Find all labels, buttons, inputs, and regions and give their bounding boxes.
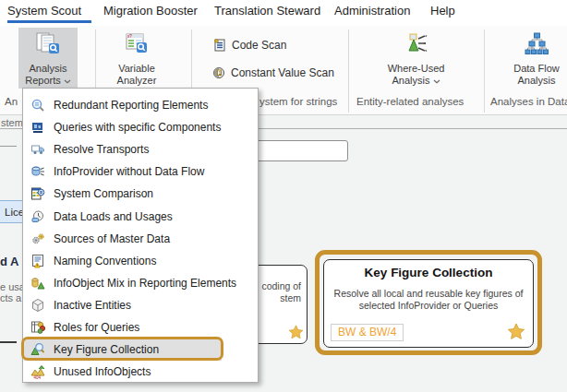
chevron-down-icon bbox=[64, 79, 71, 84]
tab-system-scout[interactable]: System Scout bbox=[7, 4, 81, 18]
menu-item[interactable]: System Comparison bbox=[23, 183, 258, 205]
hidden-text-fragment: e usa bbox=[0, 281, 25, 292]
menu-item[interactable]: InfoObject Mix in Reporting Elements bbox=[23, 272, 258, 294]
tab-administration[interactable]: Administration bbox=[334, 4, 410, 18]
variable-analyzer-icon: x? bbox=[123, 30, 151, 58]
analysis-reports-label2: Reports bbox=[25, 75, 61, 86]
system-comparison-icon bbox=[30, 186, 45, 201]
menu-item[interactable]: 404Unused InfoObjects bbox=[23, 361, 258, 383]
hidden-heading-fragment: d A bbox=[0, 255, 18, 268]
menu-item-label: Roles for Queries bbox=[54, 321, 139, 334]
hidden-text-fragment: cts a bbox=[0, 292, 21, 303]
hidden-card-border-fragment bbox=[0, 341, 17, 343]
where-used-analysis-button[interactable]: Where-Used Analysis bbox=[381, 28, 451, 89]
svg-text:404: 404 bbox=[34, 375, 42, 379]
favorite-star-icon[interactable] bbox=[507, 323, 525, 341]
menu-item-label: Resolve Transports bbox=[54, 143, 149, 156]
clock-data-icon bbox=[30, 209, 45, 224]
menu-item-label: Unused InfoObjects bbox=[54, 365, 151, 378]
data-flow-icon bbox=[523, 30, 550, 58]
where-used-label2: Analysis bbox=[392, 75, 429, 86]
group-caption-fragment: An bbox=[5, 96, 18, 107]
system-badge: BW & BW/4 bbox=[331, 324, 404, 341]
code-scan-icon bbox=[212, 38, 227, 53]
svg-text:x?: x? bbox=[127, 34, 132, 39]
variable-analyzer-label2: Analyzer bbox=[117, 75, 157, 86]
data-flow-analysis-button[interactable]: Data Flow Analysis bbox=[506, 28, 567, 89]
menu-item-label: InfoObject Mix in Reporting Elements bbox=[54, 277, 236, 290]
app-window: System Scout Migration Booster Translati… bbox=[0, 0, 567, 392]
menu-item-label: InfoProvider without Data Flow bbox=[54, 165, 204, 178]
menu-item[interactable]: Sources of Master Data bbox=[23, 228, 258, 250]
key-figure-collection-card[interactable]: Key Figure Collection Resolve all local … bbox=[323, 259, 534, 348]
magnifier-icon bbox=[30, 98, 45, 113]
data-flow-label: Data Flow bbox=[513, 63, 560, 74]
gears-icon bbox=[30, 232, 45, 246]
menu-item[interactable]: Naming Conventions bbox=[23, 250, 258, 272]
license-tab-label: Lice bbox=[5, 207, 24, 218]
variable-analyzer-button[interactable]: x? Variable Analyzer bbox=[107, 28, 166, 89]
group-caption-dataflow: Analyses in Data bbox=[490, 96, 567, 107]
where-used-icon bbox=[403, 30, 430, 58]
menu-item[interactable]: InfoProvider without Data Flow bbox=[23, 160, 258, 183]
menu-item[interactable]: Data Loads and Usages bbox=[23, 205, 258, 227]
tab-migration-booster[interactable]: Migration Booster bbox=[103, 4, 198, 18]
group-caption-fragment: ystem for strings bbox=[259, 96, 337, 107]
menu-item[interactable]: Roles for Queries bbox=[23, 316, 258, 339]
roles-icon bbox=[30, 320, 45, 335]
tab-help[interactable]: Help bbox=[430, 4, 455, 18]
doc-warning-icon bbox=[30, 254, 45, 268]
cube-icon bbox=[30, 298, 45, 313]
active-tab-underline bbox=[7, 20, 91, 23]
data-flow-label2: Analysis bbox=[518, 75, 556, 86]
highlight-annotation-menu-item bbox=[21, 337, 223, 361]
constant-value-scan-button[interactable]: 1 Constant Value Scan bbox=[211, 65, 334, 81]
menu-item-label: Naming Conventions bbox=[54, 255, 156, 267]
infoobject-mix-icon bbox=[30, 276, 45, 291]
ribbon-tab-bar: System Scout Migration Booster Translati… bbox=[0, 0, 567, 26]
menu-item-label: Queries with specific Components bbox=[54, 121, 221, 134]
code-scan-label: Code Scan bbox=[232, 39, 286, 52]
analysis-reports-label: Analysis bbox=[30, 63, 67, 74]
hidden-text-fragment: stem bbox=[1, 117, 23, 128]
menu-item-label: Inactive Entities bbox=[54, 299, 131, 312]
menu-item-label: Data Loads and Usages bbox=[54, 210, 173, 223]
card-description: Resolve all local and reusable key figur… bbox=[324, 288, 533, 312]
menu-item[interactable]: Inactive Entities bbox=[23, 294, 258, 316]
group-divider bbox=[484, 30, 485, 113]
menu-item[interactable]: Queries with specific Components bbox=[23, 116, 258, 138]
constant-value-scan-label: Constant Value Scan bbox=[231, 66, 334, 79]
where-used-label: Where-Used bbox=[388, 63, 445, 74]
analysis-reports-button[interactable]: Analysis Reports bbox=[18, 28, 78, 89]
menu-item[interactable]: Redundant Reporting Elements bbox=[23, 94, 258, 116]
query-components-icon bbox=[30, 120, 45, 135]
constant-value-scan-icon: 1 bbox=[211, 65, 226, 80]
menu-item-label: Redundant Reporting Elements bbox=[54, 99, 208, 112]
group-divider bbox=[348, 30, 349, 113]
group-caption-entity: Entity-related analyses bbox=[356, 96, 464, 107]
tab-translation-steward[interactable]: Translation Steward bbox=[214, 4, 320, 18]
card-description-fragment: coding of stem bbox=[261, 280, 301, 303]
transport-truck-icon bbox=[30, 142, 45, 157]
analysis-reports-icon bbox=[34, 30, 62, 58]
svg-text:1: 1 bbox=[218, 70, 221, 76]
card-title: Key Figure Collection bbox=[324, 266, 533, 279]
unused-404-icon: 404 bbox=[30, 364, 45, 379]
infoprovider-flow-icon bbox=[30, 164, 45, 179]
chevron-down-icon bbox=[433, 79, 440, 84]
menu-item[interactable]: Resolve Transports bbox=[23, 138, 258, 160]
code-scan-button[interactable]: Code Scan bbox=[212, 37, 286, 53]
hidden-border-fragment bbox=[0, 146, 17, 147]
menu-item-label: System Comparison bbox=[54, 187, 153, 200]
variable-analyzer-label: Variable bbox=[118, 63, 155, 74]
menu-item-label: Sources of Master Data bbox=[54, 232, 170, 245]
favorite-star-icon[interactable] bbox=[288, 325, 304, 340]
